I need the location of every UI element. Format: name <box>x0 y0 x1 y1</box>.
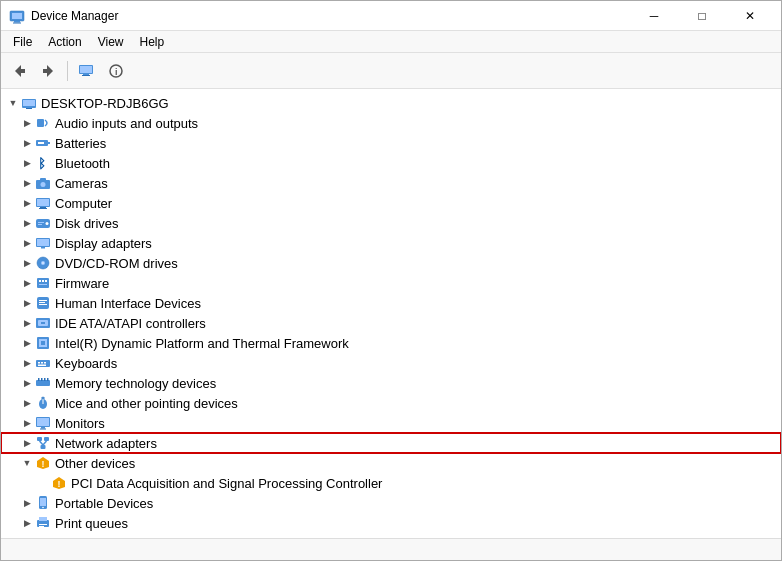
tree-item-hid[interactable]: ▶ Human Interface Devices <box>1 293 781 313</box>
memory-expand[interactable]: ▶ <box>19 375 35 391</box>
keyboard-icon <box>35 355 51 371</box>
tree-item-cameras[interactable]: ▶ Cameras <box>1 173 781 193</box>
svg-rect-3 <box>13 22 21 23</box>
tree-item-memory[interactable]: ▶ Memory technology devices <box>1 373 781 393</box>
minimize-button[interactable]: ─ <box>631 1 677 31</box>
svg-rect-40 <box>39 280 41 282</box>
other-expand[interactable]: ▼ <box>19 455 35 471</box>
tree-item-mice[interactable]: ▶ Mice and other pointing devices <box>1 393 781 413</box>
svg-rect-39 <box>37 278 49 288</box>
svg-rect-68 <box>37 418 49 426</box>
bluetooth-expand[interactable]: ▶ <box>19 155 35 171</box>
batteries-expand[interactable]: ▶ <box>19 135 35 151</box>
cameras-expand[interactable]: ▶ <box>19 175 35 191</box>
svg-point-38 <box>42 262 44 264</box>
svg-rect-5 <box>20 69 25 73</box>
svg-rect-86 <box>39 526 44 527</box>
properties-button[interactable]: i <box>102 58 130 84</box>
audio-expand[interactable]: ▶ <box>19 115 35 131</box>
svg-rect-7 <box>43 69 48 73</box>
tree-item-disk[interactable]: ▶ Disk drives <box>1 213 781 233</box>
svg-rect-70 <box>40 429 46 430</box>
root-expand[interactable]: ▼ <box>5 95 21 111</box>
svg-text:!: ! <box>42 459 45 469</box>
ide-icon <box>35 315 51 331</box>
tree-item-network[interactable]: ▶ Network adapters <box>1 433 781 453</box>
menu-file[interactable]: File <box>5 33 40 51</box>
svg-rect-63 <box>47 378 49 381</box>
computer-button[interactable] <box>72 58 100 84</box>
svg-rect-62 <box>44 378 46 381</box>
disk-icon <box>35 215 51 231</box>
tree-item-keyboards[interactable]: ▶ Keyboards <box>1 353 781 373</box>
disk-expand[interactable]: ▶ <box>19 215 35 231</box>
print-expand[interactable]: ▶ <box>19 515 35 531</box>
tree-item-monitors[interactable]: ▶ Monitors <box>1 413 781 433</box>
audio-icon <box>35 115 51 131</box>
close-button[interactable]: ✕ <box>727 1 773 31</box>
forward-button[interactable] <box>35 58 63 84</box>
tree-item-ide[interactable]: ▶ IDE ATA/ATAPI controllers <box>1 313 781 333</box>
menu-view[interactable]: View <box>90 33 132 51</box>
computer-expand[interactable]: ▶ <box>19 195 35 211</box>
ide-label: IDE ATA/ATAPI controllers <box>55 316 206 331</box>
svg-rect-2 <box>14 21 20 23</box>
memory-icon <box>35 375 51 391</box>
tree-item-audio[interactable]: ▶ Audio inputs and outputs <box>1 113 781 133</box>
tree-item-bluetooth[interactable]: ▶ ᛒ Bluetooth <box>1 153 781 173</box>
tree-item-computer[interactable]: ▶ Computer <box>1 193 781 213</box>
disk-label: Disk drives <box>55 216 119 231</box>
svg-rect-46 <box>39 302 45 303</box>
intel-expand[interactable]: ▶ <box>19 335 35 351</box>
cameras-label: Cameras <box>55 176 108 191</box>
tree-item-intel[interactable]: ▶ Intel(R) Dynamic Platform and Thermal … <box>1 333 781 353</box>
tree-root[interactable]: ▼ DESKTOP-RDJB6GG <box>1 93 781 113</box>
battery-icon <box>35 135 51 151</box>
svg-rect-81 <box>40 498 46 506</box>
svg-rect-69 <box>41 427 45 429</box>
svg-rect-71 <box>37 437 42 441</box>
tree-item-other[interactable]: ▼ ! Other devices <box>1 453 781 473</box>
tree-item-pci[interactable]: ! PCI Data Acquisition and Signal Proces… <box>1 473 781 493</box>
computer-icon-tree <box>35 195 51 211</box>
mice-expand[interactable]: ▶ <box>19 395 35 411</box>
hid-expand[interactable]: ▶ <box>19 295 35 311</box>
pci-label: PCI Data Acquisition and Signal Processi… <box>71 476 382 491</box>
dvd-label: DVD/CD-ROM drives <box>55 256 178 271</box>
network-expand[interactable]: ▶ <box>19 435 35 451</box>
toolbar: i <box>1 53 781 89</box>
ide-expand[interactable]: ▶ <box>19 315 35 331</box>
camera-icon <box>35 175 51 191</box>
tree-item-dvd[interactable]: ▶ DVD/CD-ROM drives <box>1 253 781 273</box>
svg-rect-34 <box>37 239 49 246</box>
svg-rect-31 <box>38 222 44 223</box>
portable-expand[interactable]: ▶ <box>19 495 35 511</box>
firmware-expand[interactable]: ▶ <box>19 275 35 291</box>
dvd-expand[interactable]: ▶ <box>19 255 35 271</box>
maximize-button[interactable]: □ <box>679 1 725 31</box>
other-icon: ! <box>35 455 51 471</box>
svg-rect-57 <box>44 362 46 364</box>
monitors-expand[interactable]: ▶ <box>19 415 35 431</box>
menu-help[interactable]: Help <box>132 33 173 51</box>
tree-item-portable[interactable]: ▶ Portable Devices <box>1 493 781 513</box>
tree-item-print[interactable]: ▶ Print queues <box>1 513 781 533</box>
back-button[interactable] <box>5 58 33 84</box>
svg-rect-11 <box>82 75 90 76</box>
tree-item-batteries[interactable]: ▶ Batteries <box>1 133 781 153</box>
svg-rect-47 <box>39 304 47 305</box>
forward-icon <box>41 63 57 79</box>
device-manager-window: Device Manager ─ □ ✕ File Action View He… <box>0 0 782 561</box>
svg-point-66 <box>42 397 45 399</box>
svg-rect-41 <box>42 280 44 282</box>
monitor-icon <box>35 415 51 431</box>
tree-panel[interactable]: ▼ DESKTOP-RDJB6GG ▶ <box>1 89 781 538</box>
svg-rect-56 <box>41 362 43 364</box>
tree-item-display[interactable]: ▶ Display adapters <box>1 233 781 253</box>
display-expand[interactable]: ▶ <box>19 235 35 251</box>
menu-action[interactable]: Action <box>40 33 89 51</box>
svg-rect-58 <box>38 365 46 367</box>
keyboards-label: Keyboards <box>55 356 117 371</box>
keyboards-expand[interactable]: ▶ <box>19 355 35 371</box>
tree-item-firmware[interactable]: ▶ Firmware <box>1 273 781 293</box>
